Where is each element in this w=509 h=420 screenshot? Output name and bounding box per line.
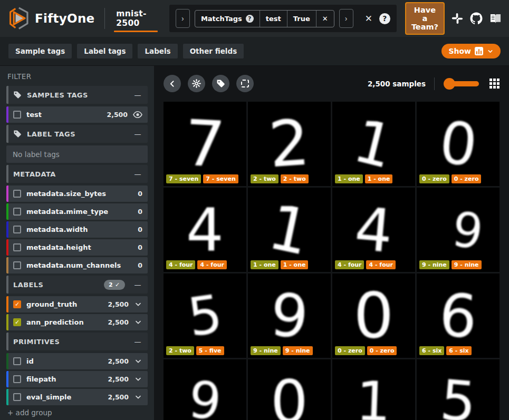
checkbox-metadata.mime_type[interactable] [13, 208, 21, 216]
section-label-tags[interactable]: LABEL TAGS — [6, 125, 148, 143]
sidebar-field-ann_prediction[interactable]: ✓ann_prediction2,500 [6, 314, 148, 330]
viewbar-help-icon[interactable]: ? [379, 13, 390, 24]
sample-cell-10[interactable]: 99 - nine9 - nine [248, 274, 331, 358]
stage-arg-bool[interactable]: True [287, 11, 316, 27]
sidebar-field-metadata.mime_type[interactable]: metadata.mime_type0 [6, 203, 148, 220]
collapse-icon[interactable]: — [135, 338, 141, 346]
mnist-digit-image: 6 [437, 286, 479, 345]
section-metadata[interactable]: METADATA — [6, 165, 148, 183]
selected-count-badge[interactable]: 2 ✓ [104, 280, 125, 290]
tag-chip-ann_prediction: 4 - four [166, 260, 195, 269]
sidebar-field-metadata.height[interactable]: metadata.height0 [6, 239, 148, 256]
sidebar-field-filepath[interactable]: filepath2,500 [6, 371, 148, 387]
grid-size-icon[interactable] [489, 79, 500, 89]
add-group-button[interactable]: + add group [7, 408, 148, 417]
stage-name-segment[interactable]: MatchTags ? [195, 11, 260, 27]
slider-knob[interactable] [444, 78, 455, 90]
tag-icon [13, 130, 22, 138]
slack-icon[interactable] [452, 13, 463, 24]
patches-button[interactable] [236, 75, 254, 92]
chevron-down-icon[interactable] [134, 318, 142, 327]
checkbox-ground_truth[interactable]: ✓ [13, 300, 21, 308]
tab-label-tags[interactable]: Label tags [77, 44, 132, 58]
field-count: 0 [138, 243, 142, 251]
view-stage-add-button[interactable]: › [339, 9, 353, 28]
chevron-down-icon[interactable] [134, 357, 142, 366]
sidebar-field-id[interactable]: id2,500 [6, 353, 148, 369]
collapse-icon[interactable]: — [135, 281, 141, 289]
tab-labels[interactable]: Labels [138, 44, 177, 58]
sample-cell-7[interactable]: 44 - four4 - four [332, 188, 415, 272]
sample-cell-6[interactable]: 11 - one1 - one [248, 188, 331, 272]
sidebar-field-metadata.num_channels[interactable]: metadata.num_channels0 [6, 257, 148, 274]
github-icon[interactable] [470, 12, 483, 25]
checkbox-metadata.width[interactable] [13, 226, 21, 233]
section-samples-tags[interactable]: SAMPLES TAGS — [6, 86, 148, 104]
sidebar-field-ground_truth[interactable]: ✓ground_truth2,500 [6, 296, 148, 312]
checkbox-metadata.height[interactable] [13, 243, 21, 251]
clear-view-icon[interactable]: ✕ [363, 13, 374, 24]
checkbox-metadata.size_bytes[interactable] [13, 190, 21, 198]
sample-cell-11[interactable]: 00 - zero0 - zero [332, 274, 415, 358]
chevron-down-icon[interactable] [134, 300, 142, 309]
collapse-icon[interactable]: — [135, 170, 141, 178]
dataset-selector[interactable]: mnist-2500 [114, 0, 158, 37]
eye-icon[interactable] [133, 111, 142, 118]
back-button[interactable] [164, 75, 181, 92]
content: FILTER SAMPLES TAGS — test2,500 LABEL TA… [0, 66, 509, 420]
mnist-digit-image: 5 [438, 374, 478, 420]
collapse-icon[interactable]: — [135, 130, 141, 138]
tag-chip-ground_truth: 0 - zero [452, 174, 482, 183]
chevron-down-icon[interactable] [134, 393, 142, 402]
sample-cell-12[interactable]: 66 - six6 - six [417, 274, 500, 358]
sample-cell-13[interactable]: 9 [164, 359, 246, 420]
field-count: 2,500 [108, 393, 129, 401]
stage-arg-tags[interactable]: test [260, 11, 287, 27]
sample-cell-9[interactable]: 52 - two5 - five [164, 274, 246, 358]
collapse-icon[interactable]: — [135, 91, 141, 99]
checkbox-test[interactable] [13, 111, 21, 119]
section-labels[interactable]: LABELS 2 ✓ — [6, 276, 148, 294]
tab-sample-tags[interactable]: Sample tags [8, 44, 72, 58]
sample-cell-1[interactable]: 77 - seven7 - seven [164, 102, 246, 186]
tag-chip-ann_prediction: 1 - one [335, 174, 363, 183]
sample-cell-4[interactable]: 00 - zero0 - zero [417, 102, 500, 186]
settings-button[interactable] [188, 75, 205, 92]
have-a-team-button[interactable]: Have a Team? [405, 2, 445, 35]
fiftyone-logo[interactable]: FiftyOne [7, 6, 95, 31]
section-primitives[interactable]: PRIMITIVES — [6, 333, 148, 350]
stage-help-icon[interactable]: ? [246, 15, 254, 23]
primitives-rows: id2,500filepath2,500eval_simple2,500 [6, 353, 148, 405]
field-tabs-row: Sample tagsLabel tagsLabelsOther fields … [0, 37, 509, 66]
grid-zoom-slider[interactable] [446, 81, 479, 86]
show-button[interactable]: Show [441, 44, 501, 58]
view-stage-prev-button[interactable]: › [176, 9, 190, 28]
tag-samples-button[interactable] [212, 75, 229, 92]
sidebar-field-eval_simple[interactable]: eval_simple2,500 [6, 389, 148, 405]
tab-other-fields[interactable]: Other fields [183, 44, 244, 58]
label-tags: 7 - seven7 - seven [166, 174, 238, 183]
checkbox-filepath[interactable] [13, 375, 21, 383]
sample-cell-14[interactable]: 0 [248, 359, 331, 420]
sample-cell-15[interactable]: 1 [332, 359, 415, 420]
samples-tags-rows: test2,500 [6, 106, 148, 123]
stage-remove-icon[interactable]: ✕ [316, 11, 334, 27]
checkbox-eval_simple[interactable] [13, 393, 21, 401]
sample-cell-8[interactable]: 99 - nine9 - nine [417, 188, 500, 272]
sample-cell-5[interactable]: 44 - four4 - four [164, 188, 246, 272]
sample-cell-16[interactable]: 5 [417, 359, 500, 420]
tag-chip-ground_truth: 2 - two [281, 174, 309, 183]
sample-cell-3[interactable]: 11 - one1 - one [332, 102, 415, 186]
sample-cell-2[interactable]: 22 - two2 - two [248, 102, 331, 186]
sidebar-field-test[interactable]: test2,500 [6, 106, 148, 123]
checkbox-id[interactable] [13, 357, 21, 365]
checkbox-metadata.num_channels[interactable] [13, 261, 21, 269]
checkbox-ann_prediction[interactable]: ✓ [13, 318, 21, 326]
docs-book-icon[interactable] [489, 13, 502, 24]
sidebar-field-metadata.width[interactable]: metadata.width0 [6, 221, 148, 238]
sidebar-field-metadata.size_bytes[interactable]: metadata.size_bytes0 [6, 185, 148, 202]
tag-chip-ann_prediction: 9 - nine [251, 346, 281, 355]
view-bar[interactable]: › MatchTags ? test True ✕ › ✕ ? [169, 5, 397, 32]
view-stage-pill[interactable]: MatchTags ? test True ✕ [195, 10, 334, 27]
chevron-down-icon[interactable] [134, 375, 142, 384]
